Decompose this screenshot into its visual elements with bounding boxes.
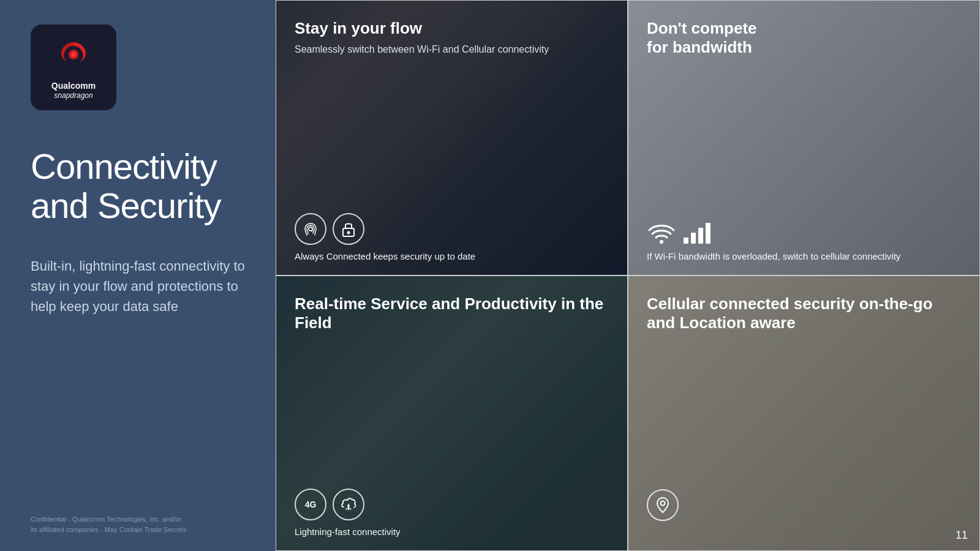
card-bl-content: Real-time Service and Productivity in th…	[276, 276, 627, 550]
location-svg	[655, 497, 670, 514]
card-bl-title: Real-time Service and Productivity in th…	[295, 294, 609, 332]
lock-svg	[341, 220, 356, 238]
card-tl-icon-label: Always Connected keeps security up to da…	[295, 250, 609, 263]
left-panel: Qualcomm snapdragon Connectivity and Sec…	[0, 0, 276, 551]
fingerprint-svg	[302, 220, 319, 238]
card-cellular-security: Cellular connected security on-the-go an…	[628, 276, 980, 551]
main-title: Connectivity and Security	[31, 147, 251, 225]
wifi-svg	[647, 220, 676, 245]
card-tr-title: Don't competefor bandwidth	[647, 19, 961, 57]
card-br-content: Cellular connected security on-the-go an…	[628, 276, 979, 550]
signal-bars-wrapper	[682, 220, 713, 245]
svg-point-11	[661, 501, 665, 506]
card-tr-icons	[647, 220, 961, 245]
card-tl-desc: Seamlessly switch between Wi-Fi and Cell…	[295, 43, 609, 56]
cloud-svg	[340, 496, 357, 513]
connectivity-icon	[295, 213, 326, 245]
card-tr-content: Don't competefor bandwidth	[628, 1, 979, 275]
wifi-icon-wrapper	[647, 220, 676, 245]
lock-icon	[333, 213, 364, 245]
card-bl-icon-label: Lightning-fast connectivity	[295, 525, 609, 538]
subtitle: Built-in, lightning-fast connectivity to…	[31, 256, 251, 317]
svg-point-6	[660, 240, 663, 244]
svg-rect-8	[691, 233, 696, 244]
card-stay-in-flow: Stay in your flow Seamlessly switch betw…	[276, 0, 628, 276]
logo-text: Qualcomm snapdragon	[51, 80, 96, 101]
signal-svg	[682, 220, 713, 245]
svg-rect-7	[684, 238, 688, 244]
svg-rect-9	[698, 228, 703, 244]
location-pin-icon	[647, 489, 679, 521]
svg-point-5	[347, 231, 350, 234]
card-tl-content: Stay in your flow Seamlessly switch betw…	[276, 1, 627, 275]
card-tl-title: Stay in your flow	[295, 19, 609, 38]
4g-icon: 4G	[295, 489, 326, 520]
svg-rect-10	[706, 223, 710, 244]
card-tl-icons	[295, 213, 609, 245]
card-realtime: Real-time Service and Productivity in th…	[276, 276, 628, 551]
card-bl-icons: 4G	[295, 489, 609, 520]
svg-point-2	[71, 52, 76, 57]
cloud-sync-icon	[333, 489, 364, 520]
slide-number: 11	[956, 529, 968, 542]
right-panel: Stay in your flow Seamlessly switch betw…	[276, 0, 980, 551]
card-br-icons	[647, 489, 961, 521]
card-br-title: Cellular connected security on-the-go an…	[647, 294, 961, 332]
card-tr-icon-label: If Wi-Fi bandwidth is overloaded, switch…	[647, 250, 961, 263]
qualcomm-logo-icon	[52, 34, 95, 75]
logo-box: Qualcomm snapdragon	[31, 24, 116, 110]
card-bandwidth: Don't competefor bandwidth	[628, 0, 980, 276]
footer-text: Confidential - Qualcomm Technologies, In…	[31, 514, 186, 536]
